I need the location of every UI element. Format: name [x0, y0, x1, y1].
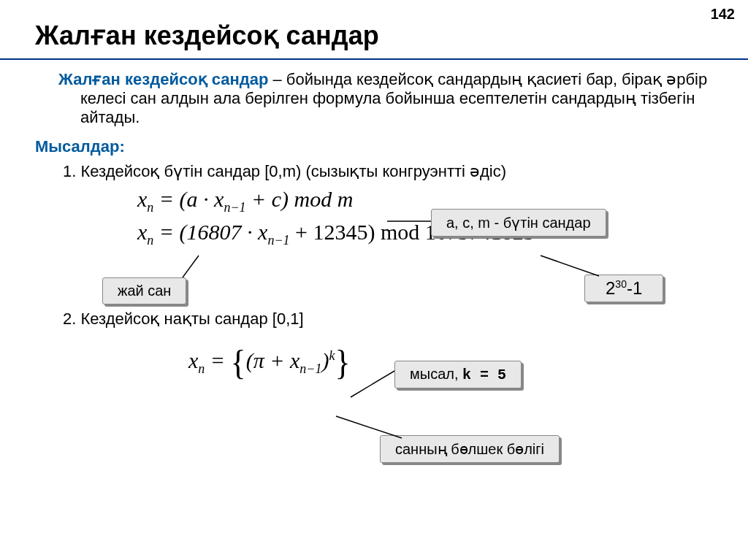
examples-label: Мысалдар:	[35, 137, 719, 156]
formula-1b: xn = (16807 · xn−1 + 12345) mod 10737418…	[35, 220, 719, 248]
svg-line-3	[351, 371, 394, 397]
svg-line-2	[541, 256, 599, 276]
content-area: Жалған кездейсоқ сандар – бойында кездей…	[0, 60, 748, 382]
definition-term: Жалған кездейсоқ сандар	[58, 70, 268, 88]
connector-4	[351, 368, 402, 397]
definition-paragraph: Жалған кездейсоқ сандар – бойында кездей…	[35, 70, 719, 127]
svg-line-4	[336, 416, 402, 438]
formula-1a: xn = (a · xn−1 + c) mod m	[35, 187, 719, 215]
connector-1	[387, 218, 431, 225]
connector-2	[183, 256, 205, 285]
connector-3	[541, 256, 606, 285]
example-2-text: 2. Кездейсоқ нақты сандар [0,1]	[35, 310, 719, 329]
slide-title: Жалған кездейсоқ сандар	[0, 0, 748, 60]
callout-integers: a, c, m - бүтін сандар	[431, 209, 606, 237]
connector-5	[336, 416, 409, 445]
example-1-text: 1. Кездейсоқ бүтін сандар [0,m) (сызықты…	[35, 162, 719, 181]
callout-k-value: мысал, k = 5	[394, 361, 522, 388]
page-number: 142	[711, 6, 735, 23]
svg-line-1	[183, 256, 199, 277]
callout-prime: жай сан	[102, 277, 186, 304]
